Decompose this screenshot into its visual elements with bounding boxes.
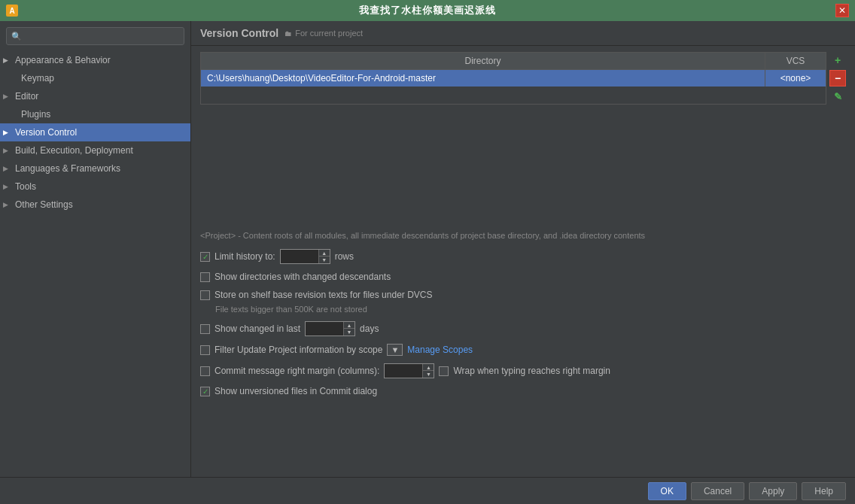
spin-up-button[interactable]: ▲	[319, 250, 330, 257]
commit-margin-checkbox[interactable]	[200, 366, 210, 376]
sidebar-item-build[interactable]: ▶ Build, Execution, Deployment	[0, 141, 190, 159]
spin-up-button-2[interactable]: ▲	[344, 322, 354, 329]
commit-margin-label[interactable]: Commit message right margin (columns):	[200, 366, 379, 376]
sidebar-item-version-control[interactable]: ▶ Version Control	[0, 123, 190, 141]
help-button[interactable]: Help	[802, 482, 846, 500]
window-title: 我查找了水柱你额美画迟派线	[359, 4, 496, 17]
sidebar-item-label: Tools	[15, 181, 36, 192]
content-header: Version Control 🖿 For current project	[191, 21, 855, 46]
limit-history-suffix: rows	[335, 251, 354, 262]
arrow-icon: ▶	[3, 129, 12, 136]
spin-up-button-3[interactable]: ▲	[423, 364, 434, 371]
bottom-bar: OK Cancel Apply Help	[0, 477, 855, 504]
manage-scopes-link[interactable]: Manage Scopes	[407, 345, 473, 355]
show-unversioned-row: ✓ Show unversioned files in Commit dialo…	[200, 386, 846, 396]
spinbox-arrows: ▲ ▼	[318, 250, 330, 263]
arrow-icon: ▶	[3, 183, 12, 190]
show-changed-text: Show changed in last	[215, 323, 300, 334]
content-area: Version Control 🖿 For current project Di…	[191, 21, 855, 477]
show-unversioned-checkbox[interactable]: ✓	[200, 387, 210, 396]
sidebar-item-label: Version Control	[15, 127, 77, 138]
arrow-icon: ▶	[3, 93, 12, 100]
filter-update-label[interactable]: Filter Update Project information by sco…	[200, 345, 382, 355]
show-directories-label[interactable]: Show directories with changed descendant…	[200, 272, 391, 282]
spin-down-button-2[interactable]: ▼	[344, 329, 354, 335]
filter-update-text: Filter Update Project information by sco…	[215, 345, 382, 355]
sidebar: 🔍 ▶ Appearance & Behavior Keymap ▶ Edito…	[0, 21, 191, 477]
title-bar: A 我查找了水柱你额美画迟派线 ✕	[0, 0, 855, 21]
sidebar-item-label: Keymap	[21, 73, 54, 83]
sidebar-item-keymap[interactable]: Keymap	[0, 69, 190, 87]
spin-down-button[interactable]: ▼	[319, 257, 330, 263]
vcs-table-wrapper: Directory VCS C:\Users\huang\Desktop\Vid…	[200, 52, 846, 105]
sidebar-item-editor[interactable]: ▶ Editor	[0, 87, 190, 105]
sidebar-item-label: Build, Execution, Deployment	[15, 145, 133, 156]
for-current-project: 🖿 For current project	[284, 29, 363, 38]
store-shelf-subtext: File texts bigger than 500K are not stor…	[200, 305, 367, 314]
show-directories-text: Show directories with changed descendant…	[215, 272, 391, 282]
cancel-button[interactable]: Cancel	[691, 482, 744, 500]
show-directories-checkbox[interactable]	[200, 272, 210, 282]
add-vcs-button[interactable]: +	[829, 52, 846, 68]
limit-history-label[interactable]: ✓ Limit history to:	[200, 251, 275, 262]
apply-button[interactable]: Apply	[749, 482, 797, 500]
table-row[interactable]: C:\Users\huang\Desktop\VideoEditor-For-A…	[201, 70, 826, 87]
store-shelf-label[interactable]: Store on shelf base revision texts for f…	[200, 290, 432, 300]
close-button[interactable]: ✕	[835, 4, 849, 17]
limit-history-checkbox[interactable]: ✓	[200, 252, 210, 262]
project-info-text: <Project> - Content roots of all modules…	[191, 228, 855, 243]
search-input[interactable]	[25, 31, 179, 41]
search-box[interactable]: 🔍	[6, 27, 184, 45]
limit-history-row: ✓ Limit history to: 1,000 ▲ ▼ rows	[200, 249, 846, 264]
store-shelf-checkbox[interactable]	[200, 290, 210, 300]
wrap-typing-text: Wrap when typing reaches right margin	[453, 366, 610, 376]
commit-margin-row: Commit message right margin (columns): 7…	[200, 363, 846, 378]
commit-margin-text: Commit message right margin (columns):	[215, 366, 379, 376]
spinbox-arrows-2: ▲ ▼	[343, 322, 354, 335]
search-icon: 🔍	[11, 32, 22, 41]
filter-update-checkbox[interactable]	[200, 345, 210, 355]
sidebar-item-plugins[interactable]: Plugins	[0, 105, 190, 123]
show-changed-label[interactable]: Show changed in last	[200, 323, 300, 334]
scope-dropdown[interactable]: ▼	[387, 344, 403, 356]
store-shelf-text: Store on shelf base revision texts for f…	[215, 290, 432, 300]
sidebar-item-label: Plugins	[21, 109, 50, 120]
sidebar-item-label: Other Settings	[15, 199, 73, 210]
remove-vcs-button[interactable]: −	[829, 70, 846, 87]
show-changed-input[interactable]: 31	[306, 323, 343, 335]
store-shelf-row: Store on shelf base revision texts for f…	[200, 290, 846, 314]
settings-area: ✓ Limit history to: 1,000 ▲ ▼ rows Show …	[191, 243, 855, 402]
sidebar-item-label: Editor	[15, 91, 38, 102]
table-cell-directory: C:\Users\huang\Desktop\VideoEditor-For-A…	[201, 70, 765, 87]
wrap-typing-label[interactable]: Wrap when typing reaches right margin	[439, 366, 610, 376]
commit-margin-spinbox[interactable]: 72 ▲ ▼	[384, 363, 434, 378]
show-changed-spinbox[interactable]: 31 ▲ ▼	[305, 321, 355, 336]
wrap-typing-checkbox[interactable]	[439, 366, 449, 376]
filter-update-row: Filter Update Project information by sco…	[200, 344, 846, 356]
commit-margin-input[interactable]: 72	[385, 365, 422, 377]
spin-down-button-3[interactable]: ▼	[423, 371, 434, 378]
limit-history-input[interactable]: 1,000	[281, 250, 318, 263]
ok-button[interactable]: OK	[648, 482, 686, 500]
dropdown-arrow: ▼	[391, 345, 399, 354]
sidebar-item-label: Languages & Frameworks	[15, 163, 120, 174]
show-unversioned-text: Show unversioned files in Commit dialog	[215, 386, 377, 396]
arrow-icon: ▶	[3, 56, 12, 64]
main-layout: 🔍 ▶ Appearance & Behavior Keymap ▶ Edito…	[0, 21, 855, 477]
col-directory: Directory	[201, 53, 765, 69]
app-icon: A	[6, 5, 18, 17]
sidebar-item-other[interactable]: ▶ Other Settings	[0, 196, 190, 214]
table-header: Directory VCS	[201, 53, 826, 70]
show-unversioned-label[interactable]: ✓ Show unversioned files in Commit dialo…	[200, 386, 377, 396]
sidebar-item-tools[interactable]: ▶ Tools	[0, 178, 190, 196]
limit-history-text: Limit history to:	[215, 251, 275, 262]
table-side-buttons: + − ✎	[829, 52, 846, 105]
content-title: Version Control	[200, 27, 278, 39]
limit-history-spinbox[interactable]: 1,000 ▲ ▼	[280, 249, 330, 264]
sidebar-item-languages[interactable]: ▶ Languages & Frameworks	[0, 159, 190, 178]
show-changed-checkbox[interactable]	[200, 324, 210, 334]
sidebar-item-appearance[interactable]: ▶ Appearance & Behavior	[0, 51, 190, 69]
edit-vcs-button[interactable]: ✎	[829, 88, 846, 105]
col-vcs: VCS	[765, 53, 826, 69]
vcs-table: Directory VCS C:\Users\huang\Desktop\Vid…	[200, 52, 826, 105]
